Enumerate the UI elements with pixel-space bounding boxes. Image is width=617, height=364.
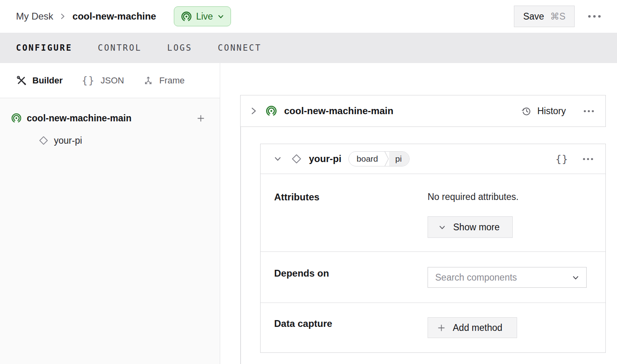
chevron-right-icon (60, 12, 66, 20)
machine-menu-ellipsis-icon[interactable] (588, 15, 601, 18)
view-tab-frame[interactable]: Frame (143, 75, 185, 86)
chevron-down-icon (438, 224, 446, 231)
view-tab-json[interactable]: {} JSON (82, 75, 124, 86)
component-tree: cool-new-machine-main your-pi (0, 98, 220, 152)
component-card-header: your-pi board pi {} (261, 144, 605, 174)
save-button[interactable]: Save ⌘S (514, 6, 575, 27)
add-method-button[interactable]: Add method (428, 317, 517, 338)
history-button-label: History (537, 106, 566, 117)
badge-type-label: board (349, 152, 384, 166)
tab-control[interactable]: CONTROL (98, 43, 142, 53)
tree-item-your-pi[interactable]: your-pi (0, 129, 220, 152)
show-more-button[interactable]: Show more (428, 216, 513, 238)
breadcrumb: My Desk cool-new-machine (16, 11, 156, 22)
component-card-your-pi: your-pi board pi {} Attributes (260, 144, 606, 353)
tab-connect[interactable]: CONNECT (218, 43, 262, 53)
component-type-badge: board pi (348, 151, 410, 166)
depends-on-section: Depends on (261, 252, 605, 303)
chevron-down-icon (217, 13, 224, 20)
component-menu-ellipsis-icon[interactable] (583, 158, 593, 160)
view-tab-json-label: JSON (101, 75, 124, 86)
chevron-down-icon[interactable] (572, 274, 579, 281)
diamond-icon (38, 135, 49, 146)
add-component-button[interactable] (196, 114, 205, 123)
part-menu-ellipsis-icon[interactable] (583, 110, 594, 113)
config-main-panel: cool-new-machine-main History (220, 63, 617, 364)
tools-icon (16, 75, 27, 86)
view-tab-frame-label: Frame (159, 75, 185, 86)
history-button[interactable]: History (521, 106, 566, 117)
diamond-icon (291, 153, 302, 164)
config-sidebar: Builder {} JSON Frame (0, 63, 220, 364)
machine-part-card: cool-new-machine-main History (240, 95, 606, 127)
tab-configure[interactable]: CONFIGURE (16, 43, 72, 53)
badge-chevron-divider (384, 151, 389, 166)
component-card-title: your-pi (309, 153, 341, 164)
view-tab-builder-label: Builder (32, 75, 63, 86)
depends-on-section-label: Depends on (274, 267, 428, 279)
search-components-input[interactable] (430, 272, 572, 283)
live-status-dropdown[interactable]: Live (174, 6, 231, 26)
machine-part-card-title: cool-new-machine-main (284, 105, 393, 117)
broadcast-icon (181, 11, 192, 22)
content-area: Builder {} JSON Frame (0, 63, 617, 364)
nav-tab-bar: CONFIGURE CONTROL LOGS CONNECT (0, 33, 617, 63)
data-capture-section: Data capture Add method (261, 303, 605, 353)
breadcrumb-parent-link[interactable]: My Desk (16, 11, 53, 22)
top-bar-actions: Save ⌘S (514, 6, 601, 27)
broadcast-icon (11, 113, 22, 123)
save-shortcut-hint: ⌘S (550, 11, 565, 22)
live-status-label: Live (196, 11, 213, 22)
tree-item-machine-part[interactable]: cool-new-machine-main (0, 107, 220, 129)
add-method-button-label: Add method (453, 322, 502, 333)
frame-axes-icon (143, 75, 153, 86)
attributes-empty-text: No required attributes. (428, 191, 591, 203)
data-capture-section-label: Data capture (274, 317, 428, 330)
collapse-chevron-down-icon[interactable] (273, 154, 282, 163)
plus-icon (437, 323, 446, 332)
braces-icon: {} (82, 75, 95, 86)
save-button-label: Save (523, 11, 544, 22)
top-bar: My Desk cool-new-machine Live Save ⌘S (0, 0, 617, 33)
tree-connector-line (240, 127, 241, 364)
machine-name-title: cool-new-machine (72, 11, 156, 22)
braces-icon[interactable]: {} (555, 153, 568, 165)
attributes-section: Attributes No required attributes. Show … (261, 174, 605, 252)
attributes-section-label: Attributes (274, 191, 428, 203)
config-view-switcher: Builder {} JSON Frame (0, 63, 220, 98)
tree-item-your-pi-label: your-pi (54, 135, 82, 146)
show-more-button-label: Show more (453, 222, 500, 233)
broadcast-icon (266, 105, 277, 117)
view-tab-builder[interactable]: Builder (16, 75, 63, 86)
tree-item-machine-part-label: cool-new-machine-main (27, 113, 131, 124)
badge-model-label: pi (389, 152, 409, 166)
depends-on-search-dropdown[interactable] (428, 267, 587, 288)
tab-logs[interactable]: LOGS (167, 43, 192, 53)
collapse-chevron-right-icon[interactable] (249, 106, 258, 116)
history-clock-icon (521, 106, 532, 117)
